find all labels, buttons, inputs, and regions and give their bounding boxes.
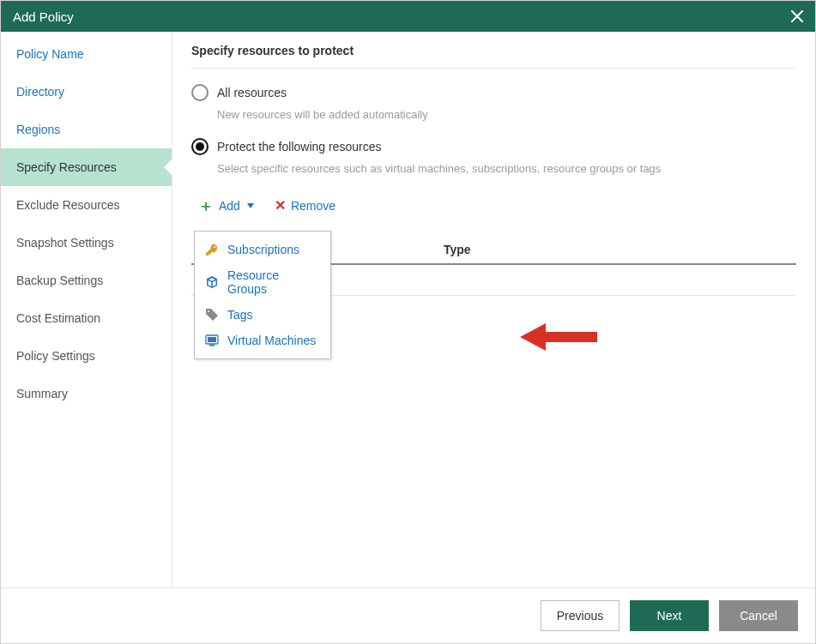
tag-icon — [205, 308, 219, 322]
dropdown-item-label: Resource Groups — [227, 268, 320, 296]
next-button[interactable]: Next — [630, 600, 709, 631]
sidebar-item-label: Backup Settings — [16, 274, 103, 287]
chevron-down-icon — [247, 203, 254, 208]
option-specific-label: Protect the following resources — [217, 140, 381, 153]
add-dropdown: Subscriptions Resource Groups Tags — [194, 231, 331, 359]
sidebar-item-backup-settings: Backup Settings — [1, 262, 172, 299]
sidebar-item-label: Summary — [16, 387, 68, 400]
option-all-label: All resources — [217, 86, 287, 99]
radio-checked-icon[interactable] — [191, 138, 209, 155]
sidebar-item-policy-settings: Policy Settings — [1, 337, 172, 375]
dropdown-item-label: Tags — [227, 308, 253, 322]
dropdown-item-resource-groups[interactable]: Resource Groups — [195, 262, 330, 302]
add-label: Add — [219, 199, 240, 213]
x-icon: ✕ — [275, 197, 286, 214]
sidebar-item-label: Exclude Resources — [16, 198, 120, 212]
sidebar-item-snapshot-settings: Snapshot Settings — [1, 224, 172, 262]
dialog-title: Add Policy — [13, 9, 74, 24]
resource-toolbar: ＋ Add ✕ Remove — [198, 197, 796, 214]
titlebar: Add Policy — [1, 1, 815, 32]
previous-button[interactable]: Previous — [541, 600, 620, 631]
sidebar-item-summary: Summary — [1, 375, 172, 412]
add-button[interactable]: ＋ Add — [198, 198, 254, 214]
sidebar-item-label: Policy Name — [16, 47, 84, 61]
close-icon[interactable] — [788, 7, 807, 26]
sidebar-item-label: Cost Estimation — [16, 311, 100, 325]
cancel-button[interactable]: Cancel — [719, 600, 798, 631]
option-specific-hint: Select specific resources such as virtua… — [217, 162, 796, 175]
dropdown-item-tags[interactable]: Tags — [195, 302, 330, 328]
wizard-sidebar: Policy Name Directory Regions Specify Re… — [1, 32, 172, 587]
svg-rect-2 — [209, 345, 215, 346]
plus-icon: ＋ — [198, 198, 214, 214]
vm-icon — [205, 334, 219, 347]
column-type: Type — [444, 243, 471, 256]
option-specific-resources[interactable]: Protect the following resources — [191, 138, 796, 155]
sidebar-item-label: Directory — [16, 85, 64, 99]
dropdown-item-label: Virtual Machines — [227, 334, 316, 347]
page-heading: Specify resources to protect — [191, 44, 796, 69]
sidebar-item-label: Snapshot Settings — [16, 236, 114, 250]
button-label: Previous — [557, 609, 603, 623]
remove-button[interactable]: ✕ Remove — [275, 197, 335, 214]
sidebar-item-label: Specify Resources — [16, 160, 117, 174]
main-panel: Specify resources to protect All resourc… — [172, 32, 815, 587]
dropdown-item-virtual-machines[interactable]: Virtual Machines — [195, 328, 330, 353]
option-all-hint: New resources will be added automaticall… — [217, 108, 796, 121]
sidebar-item-specify-resources[interactable]: Specify Resources — [1, 148, 172, 186]
annotation-arrow — [520, 322, 597, 355]
key-icon — [205, 243, 219, 256]
sidebar-item-policy-name[interactable]: Policy Name — [1, 35, 172, 73]
sidebar-item-label: Policy Settings — [16, 349, 95, 363]
dropdown-item-subscriptions[interactable]: Subscriptions — [195, 237, 330, 262]
add-policy-dialog: Add Policy Policy Name Directory Regions… — [0, 0, 816, 644]
sidebar-item-regions[interactable]: Regions — [1, 111, 172, 148]
dialog-body: Policy Name Directory Regions Specify Re… — [1, 32, 815, 587]
radio-unchecked-icon[interactable] — [191, 84, 209, 101]
button-label: Next — [657, 609, 682, 623]
sidebar-item-directory[interactable]: Directory — [1, 73, 172, 111]
dropdown-item-label: Subscriptions — [227, 243, 299, 256]
svg-rect-1 — [208, 337, 216, 342]
option-all-resources[interactable]: All resources — [191, 84, 796, 101]
dialog-footer: Previous Next Cancel — [1, 587, 815, 643]
sidebar-item-exclude-resources: Exclude Resources — [1, 186, 172, 224]
cube-icon — [205, 275, 219, 289]
button-label: Cancel — [740, 609, 777, 623]
remove-label: Remove — [291, 199, 335, 213]
sidebar-item-cost-estimation: Cost Estimation — [1, 299, 172, 337]
sidebar-item-label: Regions — [16, 123, 60, 136]
